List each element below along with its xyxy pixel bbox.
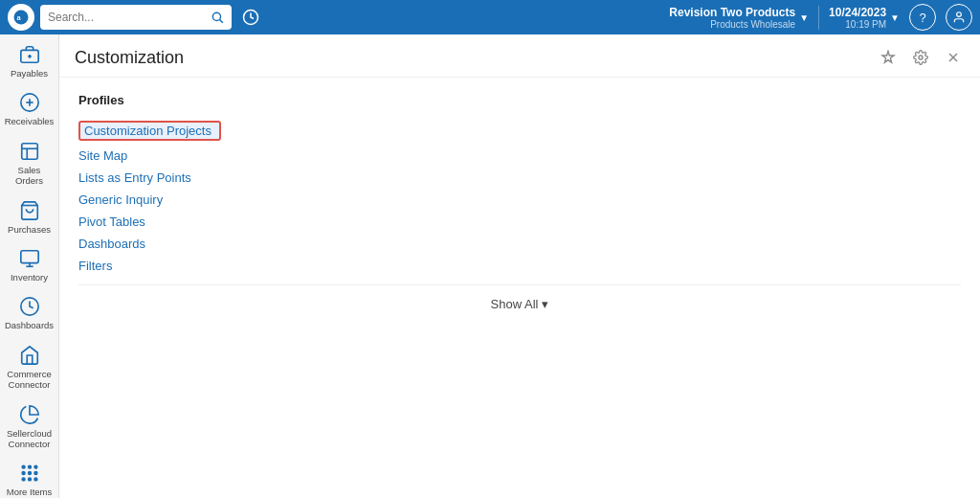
sidebar-label-purchases: Purchases (8, 224, 51, 235)
search-input[interactable] (48, 11, 207, 24)
search-button[interactable] (211, 11, 224, 24)
svg-rect-16 (20, 251, 37, 263)
link-lists-as-entry-points[interactable]: Lists as Entry Points (78, 170, 191, 185)
link-dashboards[interactable]: Dashboards (78, 237, 145, 251)
app-logo[interactable]: a (8, 4, 34, 31)
sidebar-label-sellercloud-connector: Sellercloud Connector (4, 428, 56, 450)
list-item-lists-as-entry-points[interactable]: Lists as Entry Points (78, 167, 961, 189)
svg-point-24 (28, 472, 31, 475)
sidebar: Payables Receivables Sales Orders Purcha… (0, 34, 59, 498)
main-area: Payables Receivables Sales Orders Purcha… (0, 34, 980, 498)
sidebar-label-receivables: Receivables (5, 116, 55, 126)
show-all-chevron-icon: ▾ (542, 297, 548, 311)
sidebar-item-receivables[interactable]: Receivables (2, 86, 57, 132)
svg-point-27 (28, 478, 31, 481)
datetime-chevron-icon: ▼ (890, 12, 900, 23)
search-box[interactable] (40, 5, 232, 30)
link-pivot-tables[interactable]: Pivot Tables (78, 215, 145, 229)
link-customization-projects[interactable]: Customization Projects (84, 124, 212, 138)
show-all-button[interactable]: Show All ▾ (491, 297, 549, 311)
sidebar-label-more-items: More Items (7, 487, 53, 497)
show-all-row: Show All ▾ (78, 284, 961, 323)
sidebar-item-more-items[interactable]: More Items (2, 457, 57, 498)
svg-point-20 (22, 466, 25, 469)
company-sub: Products Wholesale (669, 19, 795, 30)
profiles-menu-list: Customization Projects Site Map Lists as… (78, 117, 961, 277)
company-chevron-icon: ▼ (799, 12, 809, 23)
show-all-label: Show All (491, 297, 539, 311)
list-item-generic-inquiry[interactable]: Generic Inquiry (78, 189, 961, 211)
close-button[interactable] (942, 46, 965, 69)
section-profiles-label: Profiles (78, 93, 961, 107)
sidebar-label-dashboards: Dashboards (5, 320, 54, 330)
header-actions (877, 46, 965, 69)
sidebar-label-inventory: Inventory (11, 272, 48, 283)
sidebar-label-payables: Payables (11, 68, 48, 79)
top-navigation: a Revision Two Products Products Wholesa… (0, 0, 980, 34)
company-selector[interactable]: Revision Two Products Products Wholesale… (669, 6, 809, 30)
sidebar-item-payables[interactable]: Payables (2, 38, 57, 84)
svg-point-22 (34, 466, 37, 469)
content-body: Profiles Customization Projects Site Map… (59, 78, 980, 498)
content-panel: Customization Profiles Customizati (59, 34, 980, 498)
sidebar-label-commerce-connector: Commerce Connector (4, 369, 56, 391)
list-item-filters[interactable]: Filters (78, 255, 961, 277)
svg-point-2 (212, 12, 220, 20)
link-filters[interactable]: Filters (78, 259, 112, 273)
svg-point-0 (14, 11, 29, 25)
svg-point-26 (22, 478, 25, 481)
sidebar-item-commerce-connector[interactable]: Commerce Connector (2, 339, 57, 396)
link-site-map[interactable]: Site Map (78, 148, 127, 163)
content-header: Customization (59, 34, 980, 78)
svg-point-25 (34, 472, 37, 475)
svg-point-5 (957, 12, 962, 17)
svg-rect-12 (21, 144, 37, 160)
sidebar-item-purchases[interactable]: Purchases (2, 194, 57, 240)
sidebar-label-sales-orders: Sales Orders (4, 165, 56, 187)
settings-button[interactable] (909, 46, 932, 69)
page-title: Customization (75, 48, 869, 68)
datetime-selector[interactable]: 10/24/2023 10:19 PM ▼ (818, 6, 900, 30)
current-date: 10/24/2023 (829, 6, 886, 19)
list-item-dashboards[interactable]: Dashboards (78, 233, 961, 255)
user-button[interactable] (946, 4, 972, 31)
pin-button[interactable] (877, 46, 900, 69)
svg-point-23 (22, 472, 25, 475)
history-button[interactable] (237, 4, 264, 31)
list-item-pivot-tables[interactable]: Pivot Tables (78, 211, 961, 233)
sidebar-item-sales-orders[interactable]: Sales Orders (2, 135, 57, 192)
link-generic-inquiry[interactable]: Generic Inquiry (78, 192, 163, 207)
svg-line-3 (220, 20, 223, 23)
svg-point-21 (28, 466, 31, 469)
current-time: 10:19 PM (829, 19, 886, 30)
list-item-customization-projects[interactable]: Customization Projects (78, 117, 961, 145)
list-item-site-map[interactable]: Site Map (78, 145, 961, 167)
sidebar-item-dashboards[interactable]: Dashboards (2, 290, 57, 336)
svg-point-30 (919, 56, 923, 59)
help-button[interactable]: ? (909, 4, 936, 31)
sidebar-item-sellercloud-connector[interactable]: Sellercloud Connector (2, 398, 57, 456)
svg-point-28 (34, 478, 37, 481)
sidebar-item-inventory[interactable]: Inventory (2, 242, 57, 288)
company-name: Revision Two Products (669, 6, 795, 19)
